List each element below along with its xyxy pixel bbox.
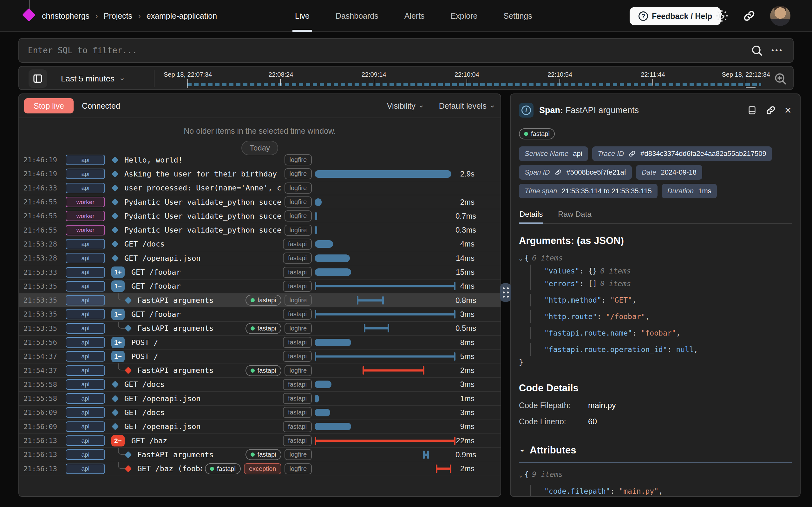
service-tag-api[interactable]: api [66,435,105,446]
log-row[interactable]: 21:56:09apiGET /openapi.jsonfastapi9ms [19,420,501,434]
service-tag-api[interactable]: api [66,281,105,291]
log-row[interactable]: 21:46:55workerPydantic User validate_pyt… [19,209,501,223]
service-tag-api[interactable]: api [66,337,105,348]
panel-bottom-icon[interactable] [747,105,757,115]
avatar[interactable] [770,6,791,26]
service-tag-worker[interactable]: worker [66,225,105,235]
log-row[interactable]: 21:53:35api1−GET /foobarfastapi4ms [19,279,501,293]
tab-raw-data[interactable]: Raw Data [557,207,592,223]
log-row[interactable]: 21:46:19apiHello, world!logfire [19,153,501,167]
close-icon[interactable]: ✕ [784,105,792,116]
service-tag-api[interactable]: api [66,239,105,249]
service-tag-api[interactable]: api [66,365,105,376]
tag-pill-fastapi: fastapi [283,351,312,362]
time-range-select[interactable]: Last 5 minutes ⌄ [61,66,125,91]
service-tag-api[interactable]: api [66,183,105,193]
log-row[interactable]: 21:53:35api1−GET /foobarfastapi3ms [19,307,501,321]
breadcrumb-item[interactable]: example-application [147,11,217,20]
log-row[interactable]: 21:55:58apiGET /docsfastapi3ms [19,378,501,392]
tag-pill-fastapi: fastapi [246,365,281,376]
timeline[interactable]: Sep 18, 22:07:3422:08:2422:09:1422:10:04… [165,66,768,91]
log-row[interactable]: 21:54:37apiFastAPI argumentsfastapilogfi… [19,363,501,377]
row-message: GET /foobar [131,310,280,319]
visibility-dropdown[interactable]: Visibility ⌄ [387,101,424,111]
link-icon[interactable] [765,105,776,116]
breadcrumb-item[interactable]: Projects [104,11,132,20]
nav-tab-dashboards[interactable]: Dashboards [336,0,378,32]
service-tag-api[interactable]: api [66,379,105,390]
log-row[interactable]: 21:53:28apiGET /openapi.jsonfastapi14ms [19,251,501,265]
children-count-badge[interactable]: 1− [111,308,125,320]
json-meta: 6 items [532,254,563,262]
stop-live-button[interactable]: Stop live [24,98,73,113]
children-count-badge[interactable]: 1− [111,280,125,292]
service-tag-api[interactable]: api [66,393,105,404]
sql-filter-bar[interactable]: Enter SQL to filter... ••• [18,38,794,63]
logfire-logo[interactable] [23,0,36,32]
service-tag-worker[interactable]: worker [66,211,105,221]
log-row[interactable]: 21:53:33api1+GET /foobarfastapi15ms [19,265,501,279]
log-row[interactable]: 21:53:35apiFastAPI argumentsfastapilogfi… [19,293,501,307]
default-levels-label: Default levels [439,101,487,111]
log-row[interactable]: 21:56:13api2−GET /bazfastapi22ms [19,434,501,448]
service-tag-api[interactable]: api [66,351,105,361]
metadata-chip-span-id[interactable]: Span ID#5008bce5f7fe21af [519,165,632,180]
more-options-icon[interactable]: ••• [771,46,783,55]
metadata-chip-service-name[interactable]: Service Nameapi [519,147,588,161]
service-tag-api[interactable]: api [66,267,105,278]
row-duration: 8ms [455,338,501,347]
share-link-icon[interactable] [742,8,757,23]
sql-filter-input[interactable]: Enter SQL to filter... [28,46,751,55]
metadata-chip-trace-id[interactable]: Trace ID#d834c3374dd6fa2e4aa82a55ab21750… [592,147,772,161]
service-tag-api[interactable]: api [66,309,105,320]
log-row[interactable]: 21:46:19apiAsking the user for their bir… [19,167,501,181]
metadata-chip-time-span[interactable]: Time span21:53:35.114 to 21:53:35.115 [519,184,658,199]
tag-pill-logfire: logfire [285,225,312,236]
log-row[interactable]: 21:53:28apiGET /docsfastapi4ms [19,237,501,251]
panel-resize-handle[interactable] [500,283,511,302]
search-icon[interactable] [751,44,763,57]
service-tag-api[interactable]: api [66,169,105,179]
service-tag-api[interactable]: api [66,323,105,334]
children-count-badge[interactable]: 2− [111,435,125,447]
default-levels-dropdown[interactable]: Default levels ⌄ [439,101,496,111]
service-tag-api[interactable]: api [66,449,105,460]
nav-tab-settings[interactable]: Settings [503,0,532,32]
collapse-caret-icon[interactable]: ⌄ [519,471,522,478]
service-tag-worker[interactable]: worker [66,197,105,207]
metadata-chip-duration[interactable]: Duration1ms [662,184,717,199]
service-tag-api[interactable]: api [66,421,105,432]
log-row[interactable]: 21:56:09apiGET /docsfastapi3ms [19,406,501,419]
feedback-help-button[interactable]: ? Feedback / Help [629,7,721,25]
log-row[interactable]: 21:53:56api1+POST /fastapi8ms [19,336,501,349]
theme-toggle-icon[interactable] [714,8,729,23]
log-row[interactable]: 21:56:13apiFastAPI argumentsfastapilogfi… [19,448,501,462]
nav-tab-explore[interactable]: Explore [451,0,478,32]
log-row[interactable]: 21:55:58apiGET /openapi.jsonfastapi1ms [19,392,501,406]
sidebar-toggle-button[interactable] [29,69,47,88]
log-row[interactable]: 21:53:35apiFastAPI argumentsfastapilogfi… [19,322,501,336]
log-row[interactable]: 21:54:37api1−POST /fastapi5ms [19,349,501,363]
attributes-section-toggle[interactable]: ⌄ Attributes [519,445,792,456]
tab-details[interactable]: Details [519,207,543,223]
service-tag-api[interactable]: api [66,295,105,305]
tree-connector [118,322,125,329]
log-row[interactable]: 21:46:55workerPydantic User validate_pyt… [19,223,501,237]
metadata-chip-date[interactable]: Date2024-09-18 [636,165,702,180]
children-count-badge[interactable]: 1− [111,351,125,362]
log-row[interactable]: 21:46:33apiuser processed: User(name='An… [19,181,501,195]
log-row[interactable]: 21:46:55workerPydantic User validate_pyt… [19,195,501,209]
collapse-caret-icon[interactable]: ⌄ [519,255,522,262]
children-count-badge[interactable]: 1+ [111,267,125,278]
service-tag-api[interactable]: api [66,407,105,418]
nav-tab-live[interactable]: Live [295,0,310,32]
nav-tab-alerts[interactable]: Alerts [404,0,425,32]
zoom-in-icon[interactable] [773,72,787,86]
service-tag-api[interactable]: api [66,253,105,263]
log-row[interactable]: 21:56:13apiGET /baz (foobar)fastapiexcep… [19,462,501,476]
service-tag-api[interactable]: api [66,155,105,165]
json-key: "values" [544,267,579,275]
children-count-badge[interactable]: 1+ [111,337,125,348]
service-tag-api[interactable]: api [66,464,105,474]
breadcrumb-item[interactable]: christophergs [42,11,90,20]
